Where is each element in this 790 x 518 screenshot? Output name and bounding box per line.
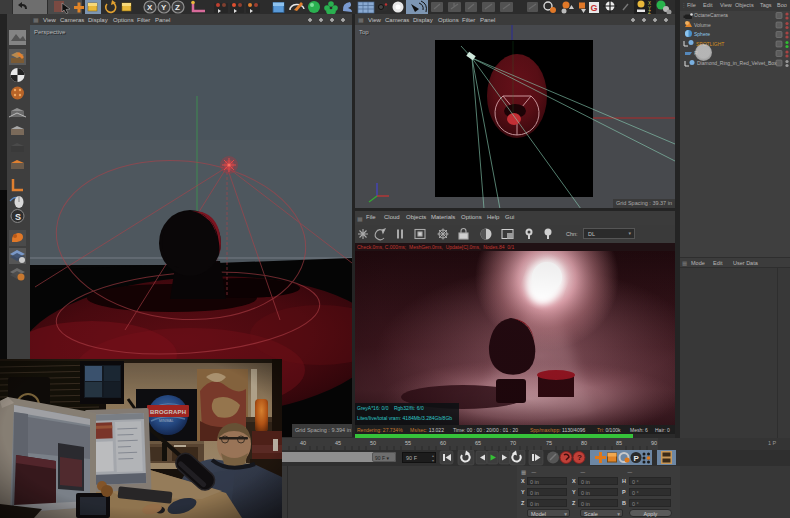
svg-text:55: 55 [405, 440, 411, 446]
svg-text:Z: Z [175, 3, 180, 12]
svg-text:50: 50 [370, 440, 376, 446]
svg-text:X: X [147, 3, 153, 12]
svg-text:85: 85 [616, 440, 622, 446]
svg-text:70: 70 [510, 440, 516, 446]
svg-text:80: 80 [581, 440, 587, 446]
svg-text:90: 90 [651, 440, 657, 446]
svg-text:G: G [591, 3, 598, 13]
svg-text:45: 45 [335, 440, 341, 446]
svg-text:?: ? [577, 453, 582, 462]
svg-text:Y: Y [161, 3, 167, 12]
svg-text:60: 60 [440, 440, 446, 446]
svg-text:P: P [634, 454, 640, 463]
svg-text:40: 40 [300, 440, 306, 446]
svg-text:1 P: 1 P [768, 440, 777, 446]
svg-text:S: S [15, 212, 21, 222]
svg-text:65: 65 [475, 440, 481, 446]
svg-text:75: 75 [546, 440, 552, 446]
